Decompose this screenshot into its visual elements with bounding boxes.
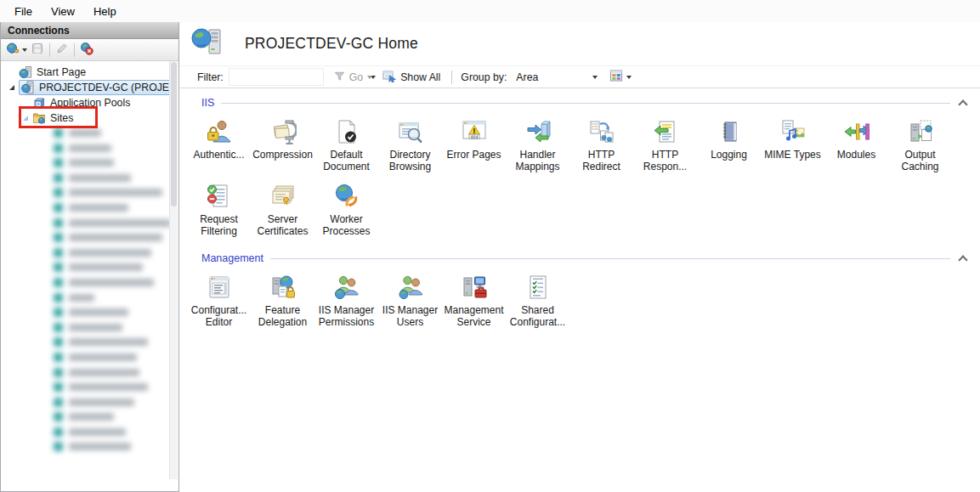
feature-default-document[interactable]: Default Document (314, 118, 378, 172)
redacted-site-row[interactable] (1, 335, 178, 350)
redacted-site-row[interactable] (1, 171, 178, 186)
redacted-site-icon (54, 427, 63, 437)
redacted-site-row[interactable] (1, 320, 178, 336)
feature-label: Handler Mappings (507, 150, 569, 172)
feature-handler-mappings[interactable]: Handler Mappings (506, 118, 569, 172)
redacted-site-row[interactable] (1, 380, 178, 395)
worker-processes-icon (333, 183, 360, 212)
feature-configuration-editor[interactable]: Configurat... Editor (187, 274, 251, 328)
feature-label: Modules (837, 150, 875, 161)
redacted-site-icon (54, 173, 63, 183)
error-pages-icon: 404 (461, 118, 488, 147)
show-all-button[interactable]: Show All (380, 67, 443, 87)
redacted-site-label (69, 308, 128, 316)
redacted-site-row[interactable] (1, 395, 178, 410)
redacted-site-row[interactable] (1, 439, 178, 455)
selected-tree-item[interactable]: PROJECTDEV-GC (PROJECTDI (19, 80, 177, 95)
go-button[interactable]: Go (331, 68, 375, 87)
output-caching-icon (907, 118, 934, 147)
redacted-site-row[interactable] (1, 260, 178, 275)
group-by-value: Area (516, 71, 538, 83)
feature-mime-types[interactable]: MIME Types (761, 118, 824, 172)
tree-item-projectdev-gc-projectdi[interactable]: PROJECTDEV-GC (PROJECTDI (1, 80, 178, 95)
feature-iis-manager-permissions[interactable]: IIS Manager Permissions (314, 274, 378, 328)
redacted-site-row[interactable] (1, 201, 178, 216)
redacted-site-row[interactable] (1, 275, 178, 291)
create-connection-button[interactable] (4, 40, 29, 59)
redacted-site-row[interactable] (1, 141, 178, 156)
redacted-site-row[interactable] (1, 185, 178, 201)
tree-item-label: Start Page (37, 66, 86, 78)
redacted-site-label (69, 144, 111, 152)
redacted-site-row[interactable] (1, 305, 178, 320)
feature-output-caching[interactable]: Output Caching (888, 118, 952, 172)
redacted-site-icon (54, 368, 63, 377)
redacted-site-row[interactable] (1, 425, 178, 440)
redacted-site-label (69, 353, 137, 361)
group-by-dropdown-arrow-icon[interactable] (592, 76, 598, 79)
redacted-site-row[interactable] (1, 246, 178, 261)
redacted-site-icon (54, 218, 63, 228)
tree-item-start-page[interactable]: Start Page (1, 65, 178, 80)
redacted-site-icon (54, 233, 63, 242)
redacted-site-row[interactable] (1, 291, 178, 306)
redacted-site-icon (54, 337, 63, 347)
filter-combobox[interactable] (229, 68, 324, 86)
redacted-site-row[interactable] (1, 216, 178, 231)
feature-authentication[interactable]: Authentic... (187, 118, 251, 172)
menu-item-file[interactable]: File (5, 2, 42, 21)
feature-modules[interactable]: Modules (824, 118, 888, 172)
view-dropdown-arrow-icon[interactable] (626, 76, 632, 79)
feature-worker-processes[interactable]: Worker Processes (314, 183, 378, 237)
connections-tree: Start PagePROJECTDEV-GC (PROJECTDIApplic… (1, 61, 178, 490)
feature-label: MIME Types (764, 150, 820, 161)
feature-label: Request Filtering (188, 214, 251, 237)
redacted-site-row[interactable] (1, 350, 178, 365)
feature-shared-configuration[interactable]: Shared Configurat... (506, 274, 569, 328)
redacted-site-label (69, 443, 131, 450)
menu-item-view[interactable]: View (42, 2, 84, 21)
go-dropdown-arrow-icon[interactable] (367, 76, 372, 79)
create-connection-dropdown-arrow-icon[interactable] (22, 48, 27, 52)
delete-connection-button[interactable] (78, 40, 95, 59)
feature-label: Logging (711, 150, 747, 161)
section-management: ManagementConfigurat... EditorFeature De… (180, 251, 980, 338)
filter-label: Filter: (197, 71, 224, 83)
menu-bar: FileViewHelp (0, 0, 980, 22)
server-home-icon (190, 27, 224, 60)
handler-mappings-icon (524, 118, 552, 147)
expander-icon[interactable] (8, 82, 19, 93)
feature-feature-delegation[interactable]: Feature Delegation (251, 274, 314, 328)
feature-directory-browsing[interactable]: Directory Browsing (378, 118, 442, 172)
feature-compression[interactable]: Compression (251, 118, 314, 172)
feature-logging[interactable]: Logging (697, 118, 761, 172)
feature-iis-manager-users[interactable]: IIS Manager Users (378, 274, 442, 328)
feature-label: Default Document (315, 150, 378, 172)
redacted-site-icon (54, 248, 63, 257)
feature-label: Management Service (443, 305, 506, 328)
collapse-chevron-icon[interactable] (959, 254, 966, 262)
redacted-site-row[interactable] (1, 410, 178, 425)
group-by-combobox[interactable]: Area (512, 68, 602, 86)
feature-management-service[interactable]: Management Service (442, 274, 506, 328)
redacted-site-row[interactable] (1, 365, 178, 381)
redacted-site-row[interactable] (1, 230, 178, 246)
feature-http-response-headers[interactable]: HTTP Respon... (633, 118, 697, 172)
menu-item-help[interactable]: Help (84, 2, 126, 21)
redacted-site-icon (54, 128, 63, 138)
feature-error-pages[interactable]: 404Error Pages (442, 118, 506, 172)
section-header: Management (201, 251, 966, 265)
scrollbar-thumb[interactable] (171, 62, 177, 206)
collapse-chevron-icon[interactable] (959, 99, 966, 106)
redacted-site-icon (54, 144, 63, 153)
feature-request-filtering[interactable]: Request Filtering (187, 183, 251, 237)
feature-http-redirect[interactable]: HTTP Redirect (569, 118, 633, 172)
feature-label: HTTP Respon... (634, 150, 697, 172)
feature-server-certificates[interactable]: Server Certificates (251, 183, 314, 237)
view-selector-button[interactable] (607, 67, 634, 87)
redacted-site-row[interactable] (1, 156, 178, 171)
modules-icon (843, 118, 870, 147)
expander-icon (8, 67, 19, 78)
tree-scrollbar[interactable] (169, 61, 178, 479)
redacted-site-label (69, 263, 143, 271)
